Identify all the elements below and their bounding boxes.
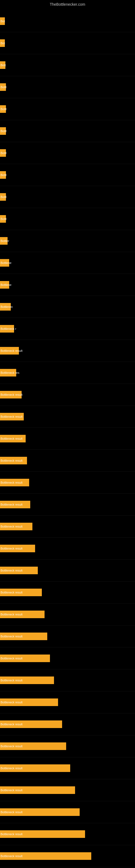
- bar-label: Bottleneck r: [1, 327, 16, 330]
- bar-label: Bottl: [1, 173, 6, 177]
- bar-row: Bottleneck result: [0, 516, 135, 537]
- bar-label: Bottleneck result: [1, 393, 22, 396]
- bar-label: Bottleneck result: [1, 723, 22, 726]
- bar-row: Bottl: [0, 164, 135, 186]
- bar-label: Bottleneck result: [1, 525, 22, 528]
- bar-label: Bottleneck result: [1, 415, 22, 418]
- bar-label: Bottl: [1, 107, 6, 111]
- chart-container: BotBotBottBottlBottlBottlBottlBottlBottl…: [0, 8, 135, 868]
- bar-row: Bottleneck result: [0, 779, 135, 801]
- bar-label: Bottleneck result: [1, 437, 22, 440]
- bar-row: Bottleneck r: [0, 318, 135, 340]
- bar-label: Bottler: [1, 239, 9, 243]
- bar-row: Bottleneck result: [0, 472, 135, 493]
- bar-row: Bottleneck result: [0, 757, 135, 779]
- bar-label: Bottleneck result: [1, 635, 22, 638]
- bar-row: Bottleneck result: [0, 801, 135, 823]
- bar-label: Bottleneck result: [1, 679, 22, 682]
- bar-label: Bottl: [1, 217, 6, 220]
- bar-label: Bottlene: [1, 261, 11, 265]
- bar-row: Bottler: [0, 230, 135, 252]
- bar-row: Bottl: [0, 208, 135, 230]
- bar-row: Bottl: [0, 76, 135, 98]
- bar-label: Bottl: [1, 195, 6, 198]
- bar-label: Bottl: [1, 129, 6, 133]
- bar-row: Bottl: [0, 120, 135, 142]
- bar-row: Bottleneck result: [0, 494, 135, 516]
- bar-row: Bottleneck result: [0, 340, 135, 362]
- bar-row: Bottleneck result: [0, 735, 135, 757]
- bar-label: Bottleneck result: [1, 569, 22, 572]
- bar-label: Bottleneck result: [1, 745, 22, 748]
- bar-label: Bottleneck result: [1, 481, 22, 484]
- bar-label: Bottleneck result: [1, 788, 22, 792]
- bar-row: Bottleneck result: [0, 560, 135, 581]
- bar-label: Bottl: [1, 151, 6, 155]
- bar-label: Bot: [1, 20, 5, 23]
- bar-label: Bottleneck result: [1, 459, 22, 462]
- bar-row: Bottleneck result: [0, 582, 135, 603]
- bar-label: Bottleneck result: [1, 591, 22, 594]
- bar-row: Bottleneck result: [0, 406, 135, 428]
- bar-label: Bottleneck result: [1, 855, 22, 858]
- bar-row: Bottl: [0, 98, 135, 120]
- bar-row: Bott: [0, 54, 135, 76]
- bar-row: Bottleneck result: [0, 450, 135, 471]
- bar-label: Bottleneck res: [1, 371, 19, 374]
- bar-row: Bottl: [0, 186, 135, 208]
- bar-label: Bottlene: [1, 283, 11, 286]
- bar-row: Bottleneck result: [0, 428, 135, 450]
- bar-row: Bottleneck result: [0, 384, 135, 405]
- bar-row: Bottleneck result: [0, 603, 135, 625]
- bar-label: Bot: [1, 41, 5, 45]
- bar-label: Bottl: [1, 86, 6, 89]
- bar-row: Bottl: [0, 142, 135, 164]
- bar-row: Bottleneck result: [0, 823, 135, 845]
- bar-row: Bottleneck result: [0, 538, 135, 559]
- bar-row: Bottleneck res: [0, 362, 135, 383]
- bar-label: Bottleneck result: [1, 833, 22, 836]
- bar-label: Bottleneck result: [1, 503, 22, 506]
- bar-row: Bottleneck result: [0, 625, 135, 647]
- bar-row: Bottlene: [0, 252, 135, 274]
- bar-label: Bottleneck result: [1, 613, 22, 616]
- bar-row: Bottleneck result: [0, 845, 135, 867]
- bar-row: Bottleneck result: [0, 648, 135, 669]
- page-header: TheBottlenecker.com: [0, 0, 135, 8]
- bar-label: Bott: [1, 63, 6, 67]
- site-title: TheBottlenecker.com: [50, 2, 85, 6]
- bar-row: Bot: [0, 32, 135, 54]
- bar-label: Bottleneck result: [1, 767, 22, 770]
- bar-row: Bottleneck result: [0, 713, 135, 735]
- bar-label: Bottleneck result: [1, 701, 22, 704]
- bar-label: Bottleneck result: [1, 657, 22, 660]
- bar-row: Bottlene: [0, 274, 135, 296]
- bar-row: Bottleneck result: [0, 691, 135, 713]
- bar-label: Bottleneck result: [1, 349, 22, 352]
- bar-label: Bottleneck result: [1, 547, 22, 550]
- bar-label: Bottlenec: [1, 305, 13, 308]
- bar-row: Bottleneck result: [0, 670, 135, 691]
- bar-row: Bot: [0, 10, 135, 32]
- bar-label: Bottleneck result: [1, 810, 22, 814]
- bar-row: Bottlenec: [0, 296, 135, 318]
